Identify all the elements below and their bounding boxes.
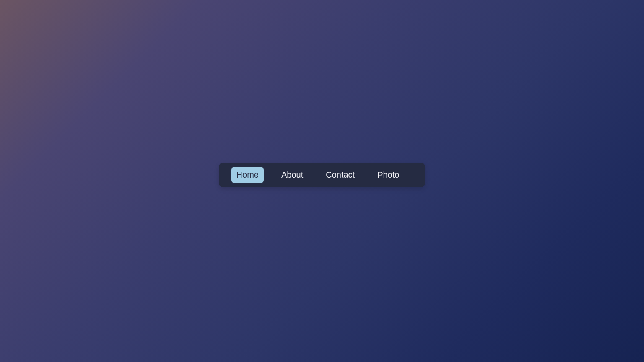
nav-item-about[interactable]: About — [276, 167, 308, 183]
nav-item-contact[interactable]: Contact — [321, 167, 360, 183]
navigation-bar: Home About Contact Photo — [219, 163, 426, 187]
nav-item-home[interactable]: Home — [231, 167, 264, 183]
nav-item-photo[interactable]: Photo — [372, 167, 404, 183]
